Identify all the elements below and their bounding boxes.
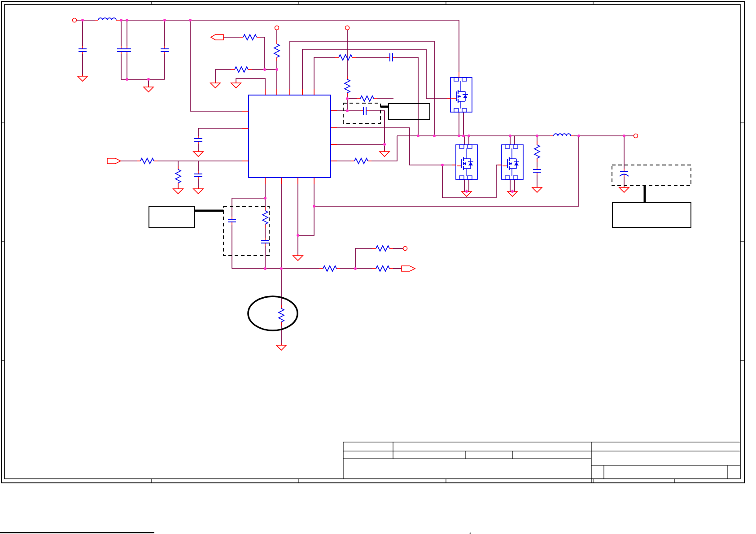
sense-terminal[interactable] [403, 247, 407, 251]
enable-pullup-resistor[interactable] [274, 40, 280, 61]
highlight-ellipse[interactable] [248, 296, 297, 330]
bootstrap-resistor[interactable] [335, 55, 356, 60]
ground-symbol[interactable] [210, 81, 220, 88]
pullup-series-resistor[interactable] [357, 96, 377, 101]
bypass-cap-lower[interactable] [194, 171, 202, 179]
wire[interactable] [260, 37, 265, 69]
controller-ic[interactable] [249, 95, 331, 178]
wire[interactable] [120, 20, 459, 72]
output-electrolytic-cap[interactable] [620, 169, 629, 177]
ground-symbol-part [78, 76, 87, 81]
high-side-mosfet-part [462, 109, 467, 112]
dnp-box-softstart[interactable] [223, 207, 269, 256]
junction-dot [81, 19, 84, 22]
snubber-cap[interactable] [533, 167, 541, 175]
ground-symbol[interactable] [193, 150, 203, 156]
current-shunt-resistor[interactable] [279, 305, 284, 326]
bootstrap-resistor-part [339, 55, 352, 60]
vcc-terminal[interactable] [345, 26, 350, 30]
input-sense-resistor[interactable] [137, 158, 157, 164]
bypass-cap-upper[interactable] [194, 136, 202, 144]
high-side-mosfet-part [454, 78, 459, 81]
low-side-mosfet-1[interactable] [456, 145, 477, 179]
low-side-mosfet-2-part [505, 176, 510, 179]
annotation-box-output[interactable] [612, 203, 691, 227]
ground-symbol-part [532, 187, 542, 192]
wire[interactable] [314, 57, 335, 95]
junction-dot [346, 97, 349, 100]
ground-symbol[interactable] [380, 150, 389, 156]
wire[interactable] [395, 57, 418, 136]
ground-symbol[interactable] [144, 85, 153, 92]
high-side-mosfet[interactable] [450, 78, 472, 112]
low-side-mosfet-2[interactable] [502, 145, 523, 179]
vin-terminal[interactable] [73, 18, 77, 22]
feedback-resistor[interactable] [319, 266, 340, 271]
wire[interactable] [464, 179, 469, 191]
junction-dot [126, 78, 128, 81]
divider-lower-resistor[interactable] [175, 166, 181, 187]
output-port-arrow[interactable] [402, 266, 415, 271]
wire[interactable] [302, 49, 447, 99]
junction-dot [147, 78, 150, 81]
snubber-resistor[interactable] [534, 141, 540, 162]
input-cap-1[interactable] [79, 46, 87, 54]
input-cap-3[interactable] [123, 46, 131, 54]
port-series-resistor[interactable] [240, 35, 260, 40]
input-filter-inductor[interactable] [95, 18, 120, 20]
low-side-mosfet-2-part [513, 176, 518, 179]
bootstrap-cap[interactable] [387, 53, 395, 61]
divider-resistor[interactable] [231, 67, 252, 72]
ground-symbol[interactable] [231, 81, 241, 88]
wire[interactable] [510, 179, 515, 191]
vout-terminal[interactable] [634, 134, 638, 138]
wire[interactable] [369, 111, 385, 152]
sense-port-resistor[interactable] [372, 246, 393, 251]
wire[interactable] [236, 78, 265, 95]
wire[interactable] [331, 128, 456, 165]
wire[interactable] [215, 69, 231, 83]
high-side-mosfet-part [463, 95, 468, 98]
input-cap-2[interactable] [117, 46, 125, 54]
wire[interactable] [198, 128, 249, 136]
wire[interactable] [190, 20, 242, 111]
input-cap-4[interactable] [161, 46, 169, 54]
junction-dot [264, 197, 267, 200]
input-port-arrow-part [107, 158, 121, 164]
output-port-resistor[interactable] [372, 266, 393, 271]
wire[interactable] [355, 248, 372, 269]
wire[interactable] [232, 198, 265, 217]
ground-symbol[interactable] [276, 343, 286, 350]
junction-dot [536, 135, 538, 137]
ground-symbol[interactable] [532, 186, 542, 192]
ground-symbol[interactable] [78, 74, 87, 81]
ground-symbol[interactable] [293, 254, 303, 260]
soft-start-cap[interactable] [228, 217, 236, 225]
dnp-box-coupling[interactable] [343, 103, 380, 123]
enable-terminal[interactable] [275, 26, 279, 30]
wire[interactable] [442, 165, 502, 198]
annotation-box-top[interactable] [389, 104, 430, 119]
sw-sense-resistor[interactable] [351, 158, 371, 164]
low-side-mosfet-2-part [513, 145, 518, 148]
ground-symbol[interactable] [619, 186, 629, 192]
enable-terminal-part [275, 26, 279, 30]
sense-port-resistor-part [376, 246, 389, 251]
low-side-mosfet-1-part [459, 145, 464, 148]
ground-symbol-part [193, 152, 203, 156]
ground-symbol[interactable] [193, 187, 203, 194]
vcc-pullup-resistor[interactable] [345, 76, 350, 96]
divider-resistor-part [235, 67, 248, 72]
input-port-arrow[interactable] [107, 158, 121, 164]
wire[interactable] [298, 178, 314, 235]
junction-dot [465, 190, 468, 193]
junction-dot [509, 135, 511, 137]
compensation-resistor[interactable] [262, 207, 268, 228]
junction-dot [417, 135, 420, 137]
annotation-box-left[interactable] [149, 206, 194, 228]
coupling-cap[interactable] [361, 107, 369, 115]
ground-symbol[interactable] [173, 187, 183, 194]
compensation-cap[interactable] [261, 238, 269, 246]
port-arrow-left[interactable] [211, 35, 223, 40]
output-inductor[interactable] [550, 134, 574, 136]
